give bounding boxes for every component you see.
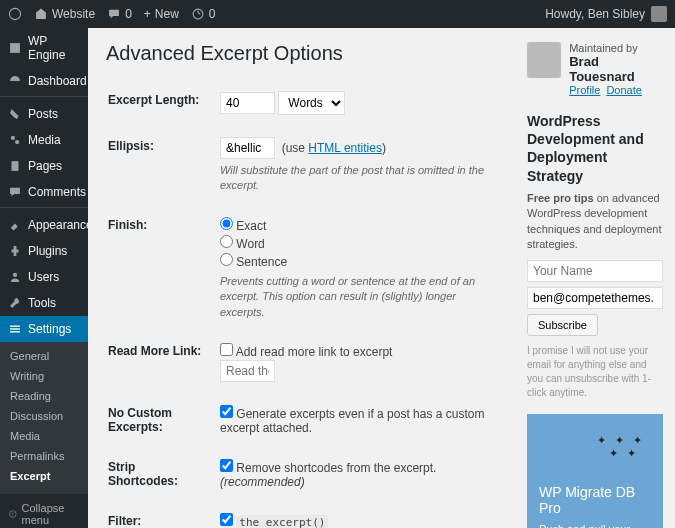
menu-dashboard[interactable]: Dashboard [0,68,88,97]
subscribe-button[interactable]: Subscribe [527,314,598,336]
length-unit-select[interactable]: Words [278,91,345,115]
submenu-discussion[interactable]: Discussion [0,406,88,426]
avatar[interactable] [651,6,667,22]
svg-rect-7 [10,328,20,329]
page-title: Advanced Excerpt Options [106,42,497,65]
finish-sentence-radio[interactable] [220,253,233,266]
svg-rect-6 [10,326,20,327]
promo-box[interactable]: ✦ ✦ ✦ ✦ ✦ WP Migrate DB Pro Push and pul… [527,414,663,528]
email-input[interactable] [527,287,663,309]
readmore-checkbox[interactable] [220,343,233,356]
submenu-writing[interactable]: Writing [0,366,88,386]
menu-media[interactable]: Media [0,127,88,153]
side-desc: Free pro tips on advanced WordPress deve… [527,191,663,253]
collapse-menu[interactable]: Collapse menu [0,494,88,528]
html-entities-link[interactable]: HTML entities [308,141,382,155]
svg-rect-8 [10,331,20,332]
ellipsis-input[interactable] [220,137,275,159]
submenu-general[interactable]: General [0,346,88,366]
menu-plugins[interactable]: Plugins [0,238,88,264]
author-name: Brad Touesnard [569,54,663,84]
finish-exact-radio[interactable] [220,217,233,230]
ellipsis-desc: Will substitute the part of the post tha… [220,163,495,194]
donate-link[interactable]: Donate [606,84,641,96]
menu-appearance[interactable]: Appearance [0,212,88,238]
filter-excerpt-checkbox[interactable] [220,513,233,526]
howdy-user[interactable]: Howdy, Ben Sibley [545,7,645,21]
menu-comments[interactable]: Comments [0,179,88,208]
promo-title: WP Migrate DB Pro [539,484,651,516]
filter-label: Filter: [108,506,218,528]
wp-logo[interactable] [8,7,22,21]
svg-point-9 [9,511,16,518]
new-button[interactable]: +New [144,7,179,21]
birds-icon: ✦ ✦ ✦ ✦ ✦ [597,434,645,460]
strip-label: Strip Shortcodes: [108,452,218,504]
ellipsis-label: Ellipsis: [108,131,218,208]
readmore-label: Read More Link: [108,336,218,396]
svg-point-3 [15,140,19,144]
refresh-icon[interactable]: 0 [191,7,216,21]
svg-rect-1 [10,43,20,53]
fineprint: I promise I will not use your email for … [527,344,663,400]
comments-count[interactable]: 0 [107,7,132,21]
length-input[interactable] [220,92,275,114]
menu-tools[interactable]: Tools [0,290,88,316]
submenu-media[interactable]: Media [0,426,88,446]
menu-users[interactable]: Users [0,264,88,290]
name-input[interactable] [527,260,663,282]
svg-point-5 [13,273,17,277]
submenu-permalinks[interactable]: Permalinks [0,446,88,466]
submenu-excerpt[interactable]: Excerpt [0,466,88,486]
finish-word-radio[interactable] [220,235,233,248]
menu-pages[interactable]: Pages [0,153,88,179]
svg-point-0 [9,8,20,19]
length-label: Excerpt Length: [108,85,218,129]
svg-rect-4 [12,161,19,171]
promo-desc: Push and pull your database from one Wor… [539,522,651,528]
readmore-text-input[interactable] [220,360,275,382]
author-avatar [527,42,561,78]
profile-link[interactable]: Profile [569,84,600,96]
site-link[interactable]: Website [34,7,95,21]
strip-checkbox[interactable] [220,459,233,472]
menu-posts[interactable]: Posts [0,101,88,127]
finish-desc: Prevents cutting a word or sentence at t… [220,274,495,320]
menu-wpengine[interactable]: WP Engine [0,28,88,68]
nocustom-checkbox[interactable] [220,405,233,418]
settings-submenu: General Writing Reading Discussion Media… [0,342,88,494]
maintained-by-label: Maintained by [569,42,663,54]
menu-settings[interactable]: Settings [0,316,88,342]
side-heading: WordPress Development and Deployment Str… [527,112,663,185]
finish-label: Finish: [108,210,218,334]
nocustom-label: No Custom Excerpts: [108,398,218,450]
svg-point-2 [11,136,15,140]
submenu-reading[interactable]: Reading [0,386,88,406]
